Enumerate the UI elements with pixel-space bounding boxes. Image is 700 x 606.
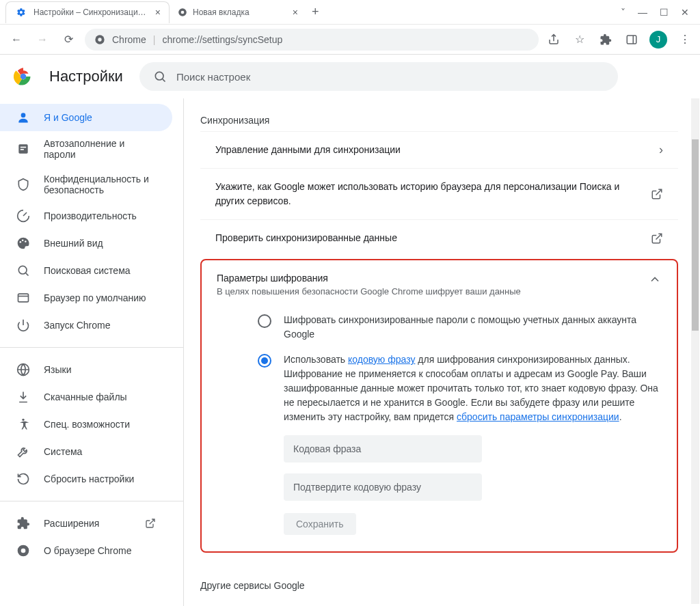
- sidebar-divider: [0, 501, 183, 501]
- radio-label: Шифровать синхронизированные пароли с по…: [284, 313, 662, 342]
- sidebar-item-autofill[interactable]: Автозаполнение и пароли: [0, 131, 172, 167]
- radio-icon[interactable]: [258, 354, 271, 368]
- passphrase-link[interactable]: кодовую фразу: [348, 354, 415, 365]
- chrome-icon: [178, 8, 187, 17]
- sidebar-item-appearance[interactable]: Внешний вид: [0, 230, 172, 257]
- sidebar-item-label: Скачанные файлы: [44, 391, 127, 402]
- svg-point-23: [21, 549, 26, 553]
- row-text: Укажите, как Google может использовать и…: [215, 180, 651, 208]
- speedometer-icon: [16, 209, 30, 223]
- external-link-icon: [651, 188, 663, 200]
- sidebar-item-startup[interactable]: Запуск Chrome: [0, 312, 172, 339]
- passphrase-confirm-input[interactable]: [284, 473, 482, 501]
- accessibility-icon: [16, 417, 30, 431]
- search-placeholder: Поиск настроек: [176, 71, 250, 83]
- shield-icon: [16, 178, 30, 191]
- scrollbar[interactable]: [691, 98, 699, 604]
- row-manage-sync-data[interactable]: Управление данными для синхронизации ›: [200, 131, 678, 168]
- omnibox[interactable]: Chrome | chrome://settings/syncSetup: [85, 29, 539, 51]
- sidepanel-icon[interactable]: [623, 31, 640, 48]
- svg-point-21: [22, 419, 24, 421]
- svg-point-13: [20, 241, 22, 243]
- close-icon[interactable]: ×: [155, 7, 161, 18]
- minimize-icon[interactable]: —: [638, 7, 647, 18]
- sidebar-item-system[interactable]: Система: [0, 438, 172, 465]
- main-content: Синхронизация Управление данными для син…: [183, 98, 700, 606]
- browser-tab-settings[interactable]: Настройки – Синхронизация се ×: [5, 1, 170, 23]
- sidebar-item-default-browser[interactable]: Браузер по умолчанию: [0, 284, 172, 312]
- star-icon[interactable]: ☆: [571, 31, 588, 48]
- row-review-synced-data[interactable]: Проверить синхронизированные данные: [200, 219, 678, 256]
- svg-point-1: [181, 10, 185, 14]
- reset-sync-link[interactable]: сбросить параметры синхронизации: [457, 411, 619, 422]
- menu-icon[interactable]: ⋮: [677, 31, 693, 48]
- chevron-right-icon: ›: [659, 143, 663, 157]
- chrome-scheme-icon: [94, 34, 105, 45]
- browser-tab-newtab[interactable]: Новая вкладка ×: [170, 1, 306, 23]
- close-icon[interactable]: ×: [293, 7, 298, 18]
- save-button[interactable]: Сохранить: [284, 513, 356, 535]
- chrome-icon: [16, 544, 30, 557]
- sidebar-item-languages[interactable]: Языки: [0, 356, 172, 383]
- person-icon: [16, 111, 30, 124]
- encryption-title: Параметры шифрования: [217, 273, 521, 284]
- svg-rect-12: [21, 149, 24, 150]
- search-icon: [153, 70, 167, 83]
- forward-button[interactable]: →: [33, 30, 52, 49]
- section-other-title: Другие сервисы Google: [200, 580, 678, 591]
- section-sync-title: Синхронизация: [200, 115, 678, 126]
- close-window-icon[interactable]: ✕: [681, 7, 689, 18]
- avatar[interactable]: J: [649, 31, 667, 49]
- radio-encrypt-with-passphrase[interactable]: Использовать кодовую фразу для шифровани…: [258, 353, 662, 424]
- sidebar-item-label: Поисковая система: [44, 265, 131, 276]
- sidebar-item-you-and-google[interactable]: Я и Google: [0, 104, 172, 131]
- browser-icon: [16, 291, 30, 305]
- sidebar-item-privacy[interactable]: Конфиденциальность и безопасность: [0, 167, 172, 202]
- external-link-icon: [651, 232, 663, 245]
- sidebar-item-accessibility[interactable]: Спец. возможности: [0, 411, 172, 438]
- maximize-icon[interactable]: ☐: [660, 7, 669, 18]
- browser-toolbar: ← → ⟳ Chrome | chrome://settings/syncSet…: [0, 25, 700, 55]
- row-google-history[interactable]: Укажите, как Google может использовать и…: [200, 168, 678, 219]
- scrollbar-thumb[interactable]: [692, 139, 699, 331]
- search-input[interactable]: Поиск настроек: [139, 62, 618, 91]
- sidebar-item-search[interactable]: Поисковая система: [0, 257, 172, 284]
- dropdown-icon[interactable]: ˅: [621, 7, 625, 18]
- chevron-up-icon[interactable]: [648, 273, 662, 286]
- radio-encrypt-with-google[interactable]: Шифровать синхронизированные пароли с по…: [258, 313, 662, 342]
- sidebar-item-label: Автозаполнение и пароли: [44, 138, 156, 160]
- sidebar-divider: [0, 347, 183, 348]
- sidebar-item-about[interactable]: О браузере Chrome: [0, 537, 172, 564]
- sidebar-item-label: Браузер по умолчанию: [44, 292, 146, 303]
- browser-tabs: Настройки – Синхронизация се × Новая вкл…: [0, 0, 610, 24]
- sidebar-item-extensions[interactable]: Расширения: [0, 510, 172, 537]
- share-icon[interactable]: [546, 31, 562, 48]
- autofill-icon: [16, 142, 30, 156]
- passphrase-input[interactable]: [284, 435, 482, 463]
- back-button[interactable]: ←: [7, 30, 26, 49]
- sidebar-item-label: Производительность: [44, 210, 137, 221]
- sidebar-item-label: Внешний вид: [44, 238, 103, 249]
- row-text: Проверить синхронизированные данные: [215, 231, 651, 245]
- extensions-icon[interactable]: [597, 31, 614, 48]
- add-tab-button[interactable]: +: [312, 5, 319, 19]
- sidebar-item-label: Система: [44, 446, 82, 457]
- sidebar-item-reset[interactable]: Сбросить настройки: [0, 465, 172, 493]
- sidebar-item-label: Конфиденциальность и безопасность: [44, 174, 156, 195]
- sidebar-item-downloads[interactable]: Скачанные файлы: [0, 383, 172, 411]
- radio-label: Использовать кодовую фразу для шифровани…: [284, 353, 662, 424]
- svg-line-8: [163, 79, 165, 82]
- reload-button[interactable]: ⟳: [59, 30, 78, 49]
- svg-point-16: [18, 266, 27, 274]
- sidebar-item-label: Я и Google: [44, 112, 92, 123]
- radio-icon[interactable]: [258, 314, 271, 328]
- svg-point-14: [22, 240, 24, 242]
- sidebar-item-label: О браузере Chrome: [44, 545, 132, 556]
- encryption-subtitle: В целях повышения безопасности Google Ch…: [217, 286, 521, 297]
- svg-point-9: [21, 113, 26, 118]
- svg-point-7: [155, 72, 163, 80]
- chrome-logo-icon: [14, 67, 33, 86]
- sidebar-item-performance[interactable]: Производительность: [0, 202, 172, 230]
- globe-icon: [16, 363, 30, 376]
- row-text: Управление данными для синхронизации: [215, 143, 659, 157]
